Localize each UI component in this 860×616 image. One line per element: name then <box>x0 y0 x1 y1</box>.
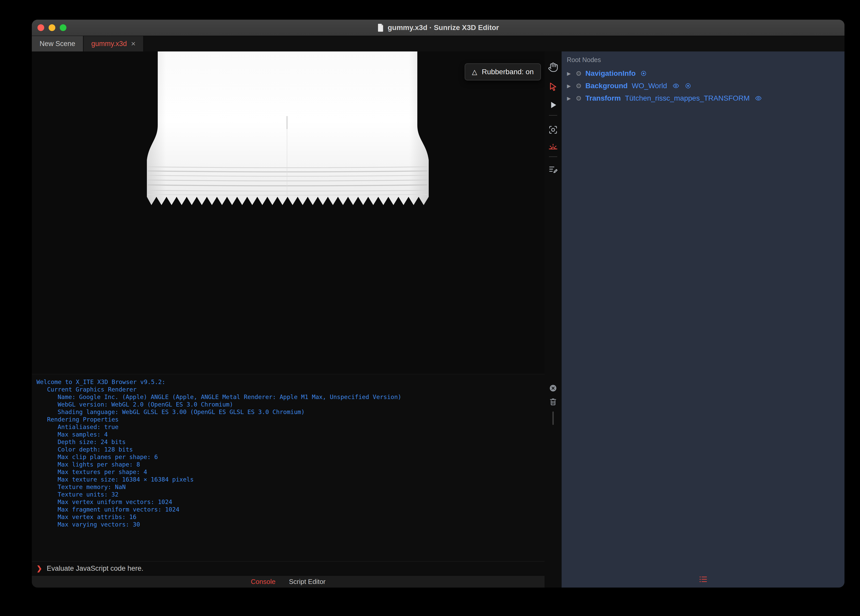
console-line: Shading language: WebGL GLSL ES 3.00 (Op… <box>36 409 545 416</box>
node-type-label: NavigationInfo <box>585 69 636 78</box>
strip-separator <box>549 156 557 157</box>
script-edit-icon[interactable] <box>547 163 559 175</box>
snapshot-icon[interactable] <box>547 124 559 136</box>
minimize-window-button[interactable] <box>49 24 55 31</box>
node-list-icon[interactable] <box>698 575 708 585</box>
app-window: gummy.x3d · Sunrize X3D Editor New Scene… <box>32 20 844 588</box>
clear-console-icon[interactable] <box>547 382 559 394</box>
document-icon <box>377 24 384 32</box>
node-dot-icon <box>576 70 582 77</box>
node-name-label: WO_World <box>632 82 667 90</box>
radio-icon[interactable] <box>640 70 647 77</box>
console-line: Rendering Properties <box>36 416 545 423</box>
console-input[interactable]: ❯ Evaluate JavaScript code here. <box>32 561 545 575</box>
main-content: △ Rubberband: on Welcome to X_ITE X3D Br… <box>32 52 844 588</box>
console-scrollbar[interactable] <box>552 412 554 425</box>
titlebar[interactable]: gummy.x3d · Sunrize X3D Editor <box>32 20 844 36</box>
console-line: Name: Google Inc. (Apple) ANGLE (Apple, … <box>36 393 545 401</box>
rubberband-badge: △ Rubberband: on <box>465 63 541 80</box>
left-column: △ Rubberband: on Welcome to X_ITE X3D Br… <box>32 52 545 588</box>
prompt-chevron-icon: ❯ <box>36 564 42 572</box>
tab-console[interactable]: Console <box>251 578 275 586</box>
console-line: Color depth: 128 bits <box>36 446 545 453</box>
strip-separator <box>549 115 557 116</box>
tab-label: New Scene <box>39 40 75 48</box>
close-window-button[interactable] <box>38 24 44 31</box>
rubberband-label: Rubberband: on <box>482 68 534 76</box>
title-area: gummy.x3d · Sunrize X3D Editor <box>377 24 499 32</box>
disclosure-arrow-icon[interactable]: ▶ <box>566 96 572 101</box>
console-line: Max vertex attribs: 16 <box>36 513 545 521</box>
select-arrow-icon[interactable] <box>547 81 559 93</box>
tree-node-navigationinfo[interactable]: ▶NavigationInfo <box>562 67 844 80</box>
zoom-window-button[interactable] <box>60 24 66 31</box>
node-dot-icon <box>576 83 582 89</box>
node-type-label: Background <box>585 82 628 90</box>
window-title: gummy.x3d · Sunrize X3D Editor <box>388 24 499 32</box>
tree-node-background[interactable]: ▶BackgroundWO_World <box>562 80 844 92</box>
console-tabs: ConsoleScript Editor <box>32 575 545 588</box>
tab-label: gummy.x3d <box>91 40 127 48</box>
tool-strip <box>545 52 562 588</box>
tab-new-scene[interactable]: New Scene <box>32 36 83 52</box>
tab-script-editor[interactable]: Script Editor <box>289 578 326 586</box>
console-line: Current Graphics Renderer <box>36 386 545 393</box>
outline-tree: ▶NavigationInfo▶BackgroundWO_World▶Trans… <box>562 67 844 104</box>
sunrise-icon[interactable] <box>547 140 559 152</box>
eye-icon[interactable] <box>672 82 680 89</box>
console-line: Max vertex uniform vectors: 1024 <box>36 498 545 506</box>
tree-node-transform[interactable]: ▶TransformTütchen_rissc_mappes_TRANSFORM <box>562 92 844 104</box>
console-line: Max varying vectors: 30 <box>36 521 545 528</box>
trash-icon[interactable] <box>547 396 559 407</box>
console-line: Texture memory: NaN <box>36 483 545 491</box>
outline-header: Root Nodes <box>562 52 844 67</box>
tab-gummy-x3d[interactable]: gummy.x3d× <box>83 36 144 52</box>
rubberband-icon: △ <box>472 68 477 76</box>
disclosure-arrow-icon[interactable]: ▶ <box>566 71 572 77</box>
console-line: Welcome to X_ITE X3D Browser v9.5.2: <box>36 378 545 386</box>
play-icon[interactable] <box>547 99 559 111</box>
radio-icon[interactable] <box>685 82 691 89</box>
viewport-3d[interactable]: △ Rubberband: on <box>32 52 545 374</box>
console-line: Antialiased: true <box>36 423 545 431</box>
console-line: Max textures per shape: 4 <box>36 468 545 476</box>
node-name-label: Tütchen_rissc_mappes_TRANSFORM <box>625 94 750 102</box>
node-dot-icon <box>576 95 582 101</box>
console-line: Max fragment uniform vectors: 1024 <box>36 506 545 513</box>
eye-icon[interactable] <box>754 95 763 102</box>
tab-bar: New Scenegummy.x3d× <box>32 36 844 52</box>
console-line: WebGL version: WebGL 2.0 (OpenGL ES 3.0 … <box>36 401 545 409</box>
node-type-label: Transform <box>585 94 621 102</box>
console-output: Welcome to X_ITE X3D Browser v9.5.2:Curr… <box>32 374 545 561</box>
prompt-placeholder: Evaluate JavaScript code here. <box>47 564 143 572</box>
pan-hand-icon[interactable] <box>547 61 559 73</box>
console-line: Max texture size: 16384 × 16384 pixels <box>36 476 545 483</box>
disclosure-arrow-icon[interactable]: ▶ <box>566 83 572 89</box>
console-line: Texture units: 32 <box>36 491 545 498</box>
console-line: Depth size: 24 bits <box>36 438 545 446</box>
traffic-lights <box>38 24 66 31</box>
console-line: Max samples: 4 <box>36 431 545 438</box>
console-line: Max clip planes per shape: 6 <box>36 453 545 461</box>
gummy-bag-model <box>145 52 430 213</box>
outline-panel: Root Nodes ▶NavigationInfo▶BackgroundWO_… <box>562 52 844 588</box>
console-line: Max lights per shape: 8 <box>36 461 545 468</box>
tab-close-icon[interactable]: × <box>131 40 136 47</box>
